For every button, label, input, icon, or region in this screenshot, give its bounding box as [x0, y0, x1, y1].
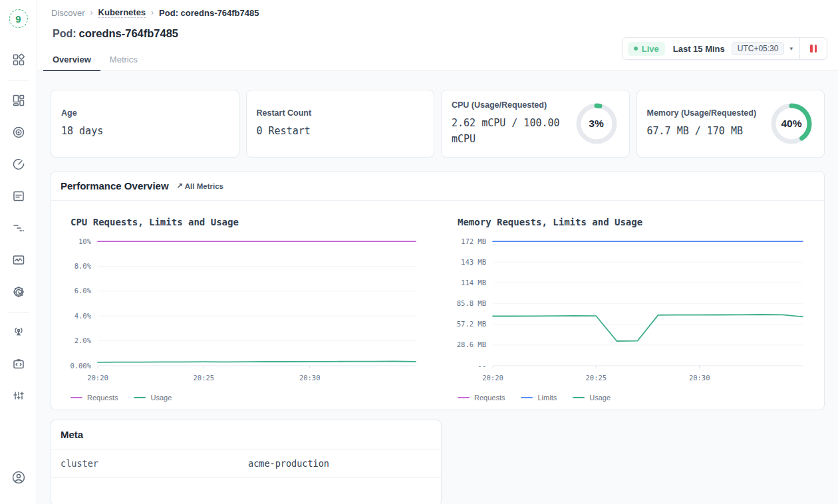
cpu-chart: CPU Requests, Limits and Usage 10%8.0%6.… — [61, 217, 424, 403]
breadcrumb-item-pod: Pod: coredns-764fb7485 — [159, 8, 259, 18]
breadcrumb-separator: › — [90, 8, 93, 17]
meta-key: cluster — [61, 458, 248, 469]
tab-metrics[interactable]: Metrics — [108, 55, 139, 70]
cpu-usage-value: 2.62 mCPU / 100.00 mCPU — [452, 116, 569, 147]
memory-chart-legend: RequestsLimitsUsage — [458, 394, 811, 402]
breadcrumb-item-kubernetes[interactable]: Kubernetes — [98, 7, 146, 18]
svg-text:114 MB: 114 MB — [461, 279, 486, 287]
svg-text:2.0%: 2.0% — [74, 336, 92, 344]
cpu-chart-plot[interactable]: 10%8.0%6.0%4.0%2.0%0.00%20:2020:2520:30 — [61, 237, 424, 384]
age-label: Age — [61, 108, 229, 118]
age-card: Age 18 days — [51, 90, 239, 158]
cpu-chart-title: CPU Requests, Limits and Usage — [70, 217, 424, 227]
svg-text:6.0%: 6.0% — [74, 287, 92, 295]
legend-item-usage[interactable]: Usage — [134, 394, 172, 402]
meta-row-cluster: cluster acme-production — [51, 449, 441, 478]
legend-item-requests[interactable]: Requests — [458, 394, 505, 402]
apps-grid-icon[interactable] — [8, 49, 29, 70]
legend-item-requests[interactable]: Requests — [70, 394, 118, 402]
live-dot-icon — [634, 47, 638, 51]
svg-text:20:30: 20:30 — [689, 374, 710, 382]
pie-chart-icon[interactable] — [8, 154, 29, 175]
performance-overview-title: Performance Overview — [61, 180, 169, 191]
memory-chart-plot[interactable]: 172 MB143 MB114 MB85.8 MB57.2 MB28.6 MB-… — [448, 237, 811, 384]
legend-swatch-icon — [134, 397, 146, 399]
tab-overview[interactable]: Overview — [51, 55, 92, 70]
pause-button[interactable] — [800, 37, 827, 60]
gear-spiral-icon[interactable] — [8, 281, 29, 303]
svg-text:20:20: 20:20 — [87, 374, 108, 382]
stat-card-row: Age 18 days Restart Count 0 Restart CPU … — [51, 90, 825, 158]
target-icon[interactable] — [8, 122, 29, 143]
breadcrumb-item-discover[interactable]: Discover — [51, 8, 85, 18]
live-toggle[interactable]: Live — [628, 42, 665, 56]
svg-text:20:25: 20:25 — [585, 374, 607, 382]
chevron-down-icon[interactable]: ▾ — [789, 45, 793, 52]
dashboard-layout-icon[interactable] — [8, 90, 29, 111]
cpu-chart-legend: RequestsUsage — [70, 394, 424, 402]
restart-count-value: 0 Restart — [257, 124, 424, 139]
legend-swatch-icon — [458, 397, 470, 399]
svg-text:20:20: 20:20 — [482, 374, 503, 382]
main-area: Discover › Kubernetes › Pod: coredns-764… — [37, 0, 838, 504]
breadcrumb-separator: › — [151, 8, 154, 17]
tab-bar: Overview Metrics Live Last 15 Mins UTC+0… — [37, 49, 838, 71]
svg-text:10%: 10% — [78, 237, 92, 245]
svg-text:57.2 MB: 57.2 MB — [457, 320, 486, 328]
svg-text:20:30: 20:30 — [299, 374, 321, 382]
sidebar-divider — [8, 80, 29, 80]
logs-document-icon[interactable] — [8, 186, 29, 207]
memory-usage-value: 67.7 MB / 170 MB — [647, 124, 764, 139]
settings-sliders-icon[interactable] — [8, 386, 29, 407]
pod-name: coredns-764fb7485 — [79, 27, 179, 39]
charts-row: CPU Requests, Limits and Usage 10%8.0%6.… — [51, 201, 824, 410]
memory-usage-card: Memory (Usage/Requested) 67.7 MB / 170 M… — [636, 90, 825, 158]
broadcast-antenna-icon[interactable] — [8, 322, 29, 343]
age-value: 18 days — [61, 124, 229, 139]
meta-value: acme-production — [248, 458, 329, 469]
sidebar-divider — [8, 312, 29, 313]
overview-content: Age 18 days Restart Count 0 Restart CPU … — [37, 71, 838, 504]
time-range-selector[interactable]: Last 15 Mins — [673, 44, 725, 54]
user-account-icon[interactable] — [8, 467, 29, 488]
svg-text:--: -- — [478, 362, 486, 370]
memory-donut-gauge: 40% — [769, 101, 814, 146]
traces-waterfall-icon[interactable] — [8, 217, 29, 239]
svg-text:0.00%: 0.00% — [70, 362, 91, 370]
memory-chart: Memory Requests, Limits and Usage 172 MB… — [448, 217, 811, 403]
all-metrics-link[interactable]: ↗ All Metrics — [177, 182, 223, 190]
svg-text:172 MB: 172 MB — [461, 237, 486, 245]
breadcrumb: Discover › Kubernetes › Pod: coredns-764… — [51, 7, 838, 18]
svg-text:20:25: 20:25 — [193, 374, 214, 382]
memory-chart-title: Memory Requests, Limits and Usage — [458, 217, 811, 227]
cpu-percent-label: 3% — [574, 101, 619, 146]
svg-text:85.8 MB: 85.8 MB — [457, 299, 486, 307]
timezone-chip[interactable]: UTC+05:30 — [732, 42, 785, 55]
legend-swatch-icon — [521, 397, 533, 399]
integrations-code-box-icon[interactable] — [8, 354, 29, 375]
meta-panel: Meta cluster acme-production — [51, 420, 442, 504]
legend-swatch-icon — [70, 397, 82, 399]
monitor-chart-icon[interactable] — [8, 249, 29, 271]
cpu-usage-label: CPU (Usage/Requested) — [452, 100, 569, 110]
meta-title: Meta — [61, 429, 83, 440]
brand-logo-icon[interactable]: 9 — [9, 9, 28, 28]
legend-item-usage[interactable]: Usage — [573, 394, 611, 402]
time-range-controls: Live Last 15 Mins UTC+05:30 ▾ — [622, 37, 827, 60]
legend-item-limits[interactable]: Limits — [521, 394, 557, 402]
memory-percent-label: 40% — [769, 101, 814, 146]
svg-text:4.0%: 4.0% — [74, 312, 92, 320]
cpu-usage-card: CPU (Usage/Requested) 2.62 mCPU / 100.00… — [441, 90, 630, 158]
external-arrow-icon: ↗ — [177, 182, 183, 190]
svg-text:28.6 MB: 28.6 MB — [457, 340, 486, 348]
cpu-donut-gauge: 3% — [574, 101, 619, 146]
svg-text:8.0%: 8.0% — [74, 262, 92, 270]
svg-text:143 MB: 143 MB — [461, 258, 486, 266]
sidebar: 9 — [0, 0, 37, 504]
memory-usage-label: Memory (Usage/Requested) — [647, 108, 764, 118]
performance-overview-panel: Performance Overview ↗ All Metrics CPU R… — [51, 171, 825, 410]
app-root: 9 — [0, 0, 838, 504]
restart-count-card: Restart Count 0 Restart — [246, 90, 435, 158]
legend-swatch-icon — [573, 397, 585, 399]
restart-count-label: Restart Count — [257, 108, 424, 118]
